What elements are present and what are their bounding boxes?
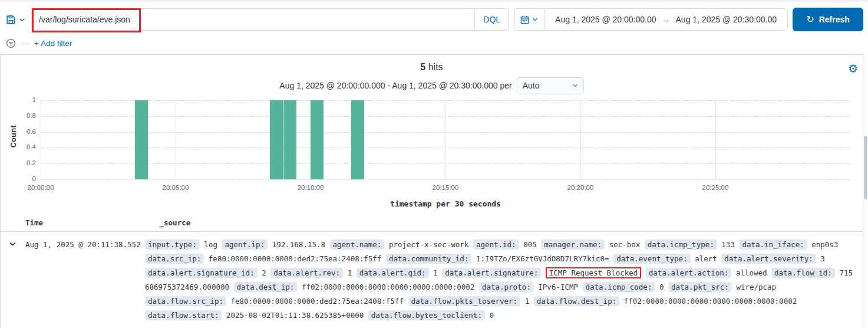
histogram-header: Aug 1, 2025 @ 20:00:00.000 - Aug 1, 2025… [1, 77, 863, 94]
field-key-badge: input.type: [145, 240, 200, 250]
field-value: fe80:0000:0000:0000:ded2:75ea:2408:f5ff [230, 297, 404, 306]
y-gridline [41, 179, 850, 180]
discover-panel: 5 hits ⚙ Aug 1, 2025 @ 20:00:00.000 - Au… [0, 54, 863, 328]
field-key-badge: data.alert.signature: [442, 268, 541, 278]
field-value: 1:I9TZo/EX6ztGVJdO8D7LRY7kic0= [476, 254, 609, 263]
interval-select[interactable]: Auto [517, 77, 584, 94]
field-value-highlighted: ICMP Request Blocked [546, 267, 642, 278]
date-picker: Aug 1, 2025 @ 20:00:00.00 → Aug 1, 2025 … [514, 8, 788, 31]
chevron-down-icon [532, 17, 538, 22]
field-key-badge: data.dest_ip: [234, 282, 298, 292]
arrow-right-icon: → [662, 15, 670, 24]
hits-header: 5 hits ⚙ [1, 55, 863, 73]
histogram-bar[interactable] [351, 100, 364, 179]
refresh-icon: ↻ [806, 15, 814, 24]
expanded-document-footer: Expanded document View surrounding docum… [1, 323, 863, 328]
histogram-bar[interactable] [283, 100, 296, 179]
field-key-badge: agent.id: [473, 240, 519, 250]
start-date[interactable]: Aug 1, 2025 @ 20:00:00.00 [555, 15, 656, 24]
calendar-icon [520, 15, 529, 24]
histogram-chart: Count 00.20.40.60.8120:00:0020:05:0020:1… [1, 96, 863, 210]
x-gridline [445, 100, 446, 179]
gear-icon[interactable]: ⚙ [848, 63, 858, 74]
chevron-down-icon [9, 240, 16, 248]
date-range-display: Aug 1, 2025 @ 20:00:00.00 → Aug 1, 2025 … [544, 9, 787, 30]
field-value: 192.168.15.8 [272, 240, 325, 249]
field-value: 3 [820, 254, 825, 263]
field-value: allowed [736, 268, 767, 277]
y-tick-label: 0.4 [3, 143, 36, 150]
field-key-badge: data.pkt_src: [668, 282, 732, 292]
field-value: ff02:0000:0000:0000:0000:0000:0000:0002 [302, 283, 475, 291]
query-bar: DQL Aug 1, 2025 @ 20:00:00.00 → Aug 1, 2… [0, 2, 868, 36]
field-value: 1 [525, 297, 530, 306]
field-value: 0 [489, 311, 494, 320]
histogram-range-text: Aug 1, 2025 @ 20:00:00.000 - Aug 1, 2025… [279, 81, 511, 90]
x-gridline [715, 100, 716, 179]
field-value: 133 [721, 240, 735, 249]
field-key-badge: manager.name: [541, 240, 605, 250]
field-value: 2025-08-02T01:11:38.625385+0000 [226, 311, 364, 320]
filter-set-icon[interactable] [6, 38, 16, 48]
field-key-badge: data.flow.start: [145, 310, 222, 320]
x-gridline [580, 100, 581, 179]
field-key-badge: data.flow.dest_ip: [534, 296, 619, 306]
query-input-box: DQL [31, 8, 509, 31]
field-value: fe80:0000:0000:0000:ded2:75ea:2408:f5ff [209, 254, 382, 263]
field-key-badge: data.alert.severity: [721, 254, 816, 264]
save-icon [6, 15, 16, 25]
field-value: wire/pcap [736, 283, 776, 291]
field-key-badge: data.flow.bytes_toclient: [368, 310, 485, 320]
row-time-cell: Aug 1, 2025 @ 20:11:38.552 [25, 238, 138, 252]
field-value: 0 [659, 283, 664, 291]
x-tick-label: 20:05:00 [163, 184, 189, 191]
field-value: 1 [348, 268, 352, 277]
field-value: sec-box [609, 240, 641, 249]
filter-dash: — [21, 39, 29, 48]
y-tick-label: 0.6 [3, 128, 36, 135]
collapse-row-button[interactable] [6, 238, 18, 250]
field-value: log [204, 240, 217, 249]
search-input[interactable] [32, 15, 474, 24]
chevron-down-icon [19, 17, 25, 23]
field-value: enp0s3 [811, 240, 838, 249]
calendar-menu-button[interactable] [514, 9, 544, 30]
field-key-badge: data.alert.signature_id: [145, 268, 258, 278]
field-key-badge: data.community_id: [386, 254, 471, 264]
x-gridline [41, 100, 41, 179]
field-key-badge: data.alert.gid: [357, 268, 429, 278]
field-value: 1 [433, 268, 438, 277]
end-date[interactable]: Aug 1, 2025 @ 20:30:00.00 [676, 15, 777, 24]
save-query-menu[interactable] [5, 15, 27, 25]
field-key-badge: data.icmp_code: [583, 282, 655, 292]
field-key-badge: data.event_type: [613, 254, 690, 264]
vertical-scrollbar[interactable] [864, 136, 867, 199]
y-tick-label: 1 [3, 96, 36, 103]
x-tick-label: 20:20:00 [567, 184, 594, 191]
field-value: IPv6-ICMP [538, 283, 578, 291]
x-tick-label: 20:15:00 [433, 184, 459, 191]
field-key-badge: data.src_ip: [145, 254, 204, 264]
add-filter-button[interactable]: + Add filter [34, 39, 72, 48]
dql-button[interactable]: DQL [474, 9, 509, 30]
histogram-bar[interactable] [311, 100, 324, 179]
field-value: ff02:0000:0000:0000:0000:0000:0000:0002 [624, 297, 797, 306]
refresh-button[interactable]: ↻ Refresh [793, 8, 863, 31]
column-header-time[interactable]: Time [25, 218, 155, 227]
histogram-bar[interactable] [135, 100, 148, 179]
field-key-badge: data.alert.rev: [270, 268, 343, 278]
table-header: Time _source [1, 210, 863, 232]
field-key-badge: data.in_iface: [739, 240, 807, 250]
y-tick-label: 0.8 [3, 112, 36, 119]
field-key-badge: agent.name: [330, 240, 385, 250]
field-key-badge: data.icmp_type: [645, 240, 717, 250]
histogram-bar[interactable] [270, 100, 283, 179]
field-value: 005 [523, 240, 537, 249]
x-axis-title: timestamp per 30 seconds [41, 199, 850, 208]
x-tick-label: 20:25:00 [702, 184, 729, 191]
filter-bar: — + Add filter [0, 36, 868, 54]
field-key-badge: data.alert.action: [646, 268, 731, 278]
field-key-badge: data.flow.pkts_toserver: [408, 296, 521, 306]
x-tick-label: 20:00:00 [28, 184, 54, 191]
x-gridline [176, 100, 176, 179]
